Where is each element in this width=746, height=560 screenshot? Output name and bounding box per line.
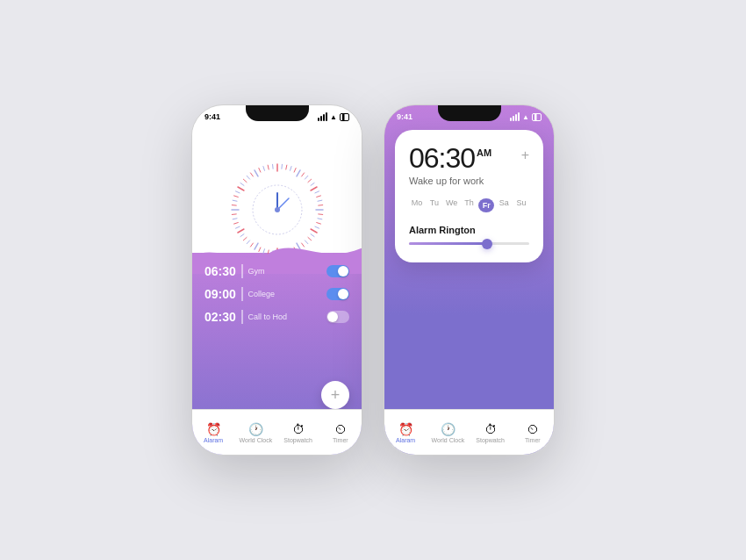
- alarm-toggle-3[interactable]: [326, 311, 349, 323]
- tab-timer-phone2[interactable]: ⏲ Timer: [512, 422, 554, 443]
- alarm-divider-1: [241, 264, 243, 278]
- notch: [246, 105, 309, 121]
- timer-tab-label-p2: Timer: [525, 437, 541, 443]
- svg-line-12: [316, 196, 320, 197]
- alarm-label-3: Call to Hod: [248, 312, 322, 321]
- svg-line-56: [258, 168, 260, 172]
- alarm-time-3: 02:30: [204, 310, 236, 324]
- alarm-divider-3: [241, 310, 243, 324]
- tab-stopwatch-phone2[interactable]: ⏱ Stopwatch: [470, 422, 512, 443]
- timer-tab-icon-p2: ⏲: [527, 422, 539, 436]
- svg-line-9: [311, 183, 314, 185]
- alarm-item-2[interactable]: 09:00 College: [192, 283, 362, 305]
- svg-line-21: [311, 234, 314, 237]
- svg-line-11: [314, 191, 319, 193]
- wifi-icon-phone2: ▲: [522, 113, 529, 121]
- worldclock-tab-icon: 🕐: [248, 422, 263, 436]
- svg-line-41: [235, 226, 240, 228]
- tab-stopwatch-phone1[interactable]: ⏱ Stopwatch: [277, 422, 319, 443]
- svg-line-52: [243, 179, 247, 182]
- alarm-label-1: Gym: [248, 267, 322, 276]
- tab-worldclock-phone2[interactable]: 🕐 World Clock: [427, 422, 469, 443]
- add-alarm-button[interactable]: +: [321, 381, 349, 409]
- alarm-time-big: 06:30 AM: [409, 144, 491, 172]
- alarm-toggle-2[interactable]: [326, 288, 349, 300]
- svg-line-18: [316, 223, 320, 225]
- alarm-detail-card: 06:30 AM + Wake up for work Mo Tu We Th …: [395, 130, 543, 262]
- stopwatch-tab-icon: ⏱: [292, 422, 305, 436]
- stopwatch-tab-icon-p2: ⏱: [484, 422, 497, 436]
- signal-icon: [318, 112, 327, 121]
- status-time-phone2: 9:41: [397, 112, 412, 121]
- svg-line-10: [311, 187, 317, 190]
- svg-line-47: [233, 200, 237, 201]
- day-th[interactable]: Th: [461, 198, 477, 212]
- plus-icon: +: [331, 387, 341, 403]
- tab-alarm-phone2[interactable]: ⏰ Alaram: [384, 422, 427, 443]
- svg-line-1: [281, 164, 282, 169]
- svg-line-57: [262, 167, 264, 171]
- phone1-top-bg: [192, 125, 362, 274]
- status-time-phone1: 9:41: [204, 112, 220, 121]
- svg-line-16: [318, 214, 322, 215]
- tab-timer-phone1[interactable]: ⏲ Timer: [319, 422, 362, 443]
- svg-line-51: [240, 183, 243, 185]
- svg-line-20: [311, 229, 317, 233]
- days-row: Mo Tu We Th Fr Sa Su: [409, 198, 529, 212]
- phone-alarm-list: 9:41 ▲ ▌: [191, 104, 362, 456]
- alarm-time-digits: 06:30: [409, 144, 475, 172]
- alarm-tab-label-p2: Alaram: [396, 437, 415, 443]
- ringtone-section: Alarm Rington: [409, 225, 529, 245]
- alarm-time-2: 09:00: [204, 287, 236, 301]
- svg-line-7: [305, 176, 307, 179]
- timer-tab-icon: ⏲: [334, 422, 347, 436]
- svg-line-54: [250, 173, 253, 176]
- slider-fill: [409, 242, 487, 245]
- ringtone-slider-container[interactable]: [409, 242, 529, 245]
- svg-line-8: [307, 179, 311, 182]
- alarm-toggle-1[interactable]: [326, 265, 349, 277]
- tab-alarm-phone1[interactable]: ⏰ Alaram: [192, 422, 234, 443]
- svg-line-53: [247, 176, 249, 179]
- alarm-divider-2: [241, 287, 243, 301]
- alarm-tab-icon: ⏰: [206, 422, 221, 436]
- day-sa[interactable]: Sa: [496, 198, 512, 212]
- phones-container: 9:41 ▲ ▌: [191, 104, 555, 456]
- svg-line-43: [233, 219, 237, 219]
- day-fr[interactable]: Fr: [478, 198, 494, 212]
- tab-bar-phone2: ⏰ Alaram 🕐 World Clock ⏱ Stopwatch ⏲ Tim…: [384, 409, 554, 455]
- svg-line-44: [232, 214, 236, 215]
- day-we[interactable]: We: [444, 198, 460, 212]
- day-mo[interactable]: Mo: [409, 198, 425, 212]
- svg-line-5: [297, 170, 300, 176]
- alarm-item-3[interactable]: 02:30 Call to Hod: [192, 305, 362, 328]
- stopwatch-tab-label-p2: Stopwatch: [476, 437, 505, 443]
- worldclock-tab-label-p2: World Clock: [432, 437, 465, 443]
- signal-icon-phone2: [510, 112, 520, 121]
- tab-worldclock-phone1[interactable]: 🕐 World Clock: [234, 422, 276, 443]
- svg-line-13: [317, 200, 321, 201]
- day-tu[interactable]: Tu: [427, 198, 442, 212]
- svg-line-58: [268, 165, 269, 169]
- toggle-knob-2: [338, 289, 348, 299]
- svg-line-42: [233, 223, 238, 225]
- alarm-card-header: 06:30 AM +: [409, 144, 529, 172]
- svg-line-48: [233, 196, 238, 197]
- svg-line-4: [294, 168, 296, 172]
- svg-line-14: [318, 205, 322, 206]
- svg-line-6: [301, 173, 304, 176]
- slider-thumb[interactable]: [482, 239, 492, 249]
- day-su[interactable]: Su: [513, 198, 529, 212]
- alarm-ampm: AM: [477, 147, 491, 158]
- alarm-time-1: 06:30: [204, 264, 236, 278]
- ringtone-label: Alarm Rington: [409, 225, 529, 235]
- alarm-card-plus-icon[interactable]: +: [521, 147, 529, 163]
- slider-track: [409, 242, 529, 245]
- battery-icon: ▌: [340, 113, 349, 121]
- alarm-tab-icon-p2: ⏰: [398, 422, 413, 436]
- svg-line-55: [255, 170, 258, 176]
- stopwatch-tab-label: Stopwatch: [283, 437, 312, 443]
- svg-line-39: [240, 234, 243, 237]
- svg-line-2: [285, 165, 286, 169]
- alarm-item-1[interactable]: 06:30 Gym: [192, 260, 362, 283]
